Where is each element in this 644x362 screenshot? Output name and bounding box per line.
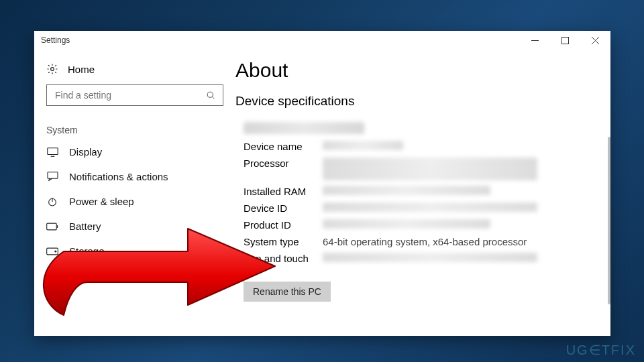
redacted-value (323, 186, 490, 195)
redacted-value (323, 202, 537, 212)
sidebar: Home System Display (34, 50, 235, 336)
spec-table: Device name Processor Installed RAM Devi… (244, 141, 592, 264)
search-input[interactable] (46, 84, 223, 106)
content-pane: About Device specifications Device name … (235, 50, 610, 336)
maximize-button[interactable] (550, 31, 580, 50)
spec-row-device-id: Device ID (244, 202, 592, 214)
minimize-button[interactable] (520, 31, 550, 50)
watermark-e: ∈ (589, 343, 602, 357)
spec-row-processor: Processor (244, 158, 592, 180)
redacted-heading (244, 122, 364, 134)
sidebar-item-label: Power & sleep (69, 196, 134, 207)
svg-rect-6 (47, 223, 57, 230)
spec-row-system-type: System type 64-bit operating system, x64… (244, 236, 592, 247)
settings-window: Settings (34, 31, 610, 336)
notifications-icon (46, 172, 58, 182)
svg-rect-0 (562, 37, 569, 44)
page-title: About (235, 59, 592, 82)
sidebar-item-label: Notifications & actions (69, 171, 168, 182)
sidebar-item-display[interactable]: Display (34, 139, 235, 164)
redacted-value (323, 253, 537, 262)
window-title: Settings (41, 36, 70, 45)
sidebar-item-storage[interactable]: Storage (34, 239, 235, 263)
sidebar-item-battery[interactable]: Battery (34, 214, 235, 239)
spec-row-ram: Installed RAM (244, 186, 592, 197)
section-title: Device specifications (235, 94, 592, 109)
home-nav[interactable]: Home (34, 58, 235, 84)
spec-label: Product ID (244, 219, 323, 231)
scrollbar[interactable] (608, 137, 610, 304)
battery-icon (46, 223, 58, 231)
window-titlebar: Settings (34, 31, 610, 50)
svg-rect-4 (48, 172, 58, 179)
sidebar-section-label: System (34, 117, 235, 139)
svg-point-1 (51, 68, 54, 71)
redacted-value (323, 219, 490, 229)
rename-pc-button[interactable]: Rename this PC (244, 282, 331, 302)
spec-label: Processor (244, 158, 323, 169)
sidebar-item-label: Display (69, 146, 102, 158)
sidebar-item-notifications[interactable]: Notifications & actions (34, 164, 235, 189)
spec-label: Device ID (244, 202, 323, 214)
storage-icon (46, 247, 58, 255)
sidebar-item-label: Battery (69, 221, 101, 232)
gear-icon (46, 63, 58, 75)
spec-label: Device name (244, 141, 323, 152)
sidebar-item-label: Storage (69, 245, 105, 257)
close-button[interactable] (580, 31, 610, 50)
watermark: UG∈TFIX (566, 342, 636, 358)
home-label: Home (68, 64, 95, 75)
spec-label: System type (244, 236, 323, 247)
spec-label: Installed RAM (244, 186, 323, 197)
svg-point-2 (207, 92, 213, 97)
redacted-value (323, 141, 403, 150)
spec-row-pen-touch: Pen and touch (244, 253, 592, 264)
spec-label: Pen and touch (244, 253, 323, 264)
display-icon (46, 147, 58, 157)
search-icon (206, 90, 216, 101)
sidebar-item-power[interactable]: Power & sleep (34, 189, 235, 214)
svg-rect-3 (47, 147, 57, 154)
spec-row-product-id: Product ID (244, 219, 592, 231)
spec-value-system-type: 64-bit operating system, x64-based proce… (323, 236, 592, 247)
desktop-background: Settings (0, 0, 644, 362)
search-field[interactable] (54, 89, 206, 101)
spec-row-device-name: Device name (244, 141, 592, 152)
power-icon (46, 196, 58, 207)
redacted-value (323, 158, 537, 180)
svg-point-8 (55, 250, 56, 251)
